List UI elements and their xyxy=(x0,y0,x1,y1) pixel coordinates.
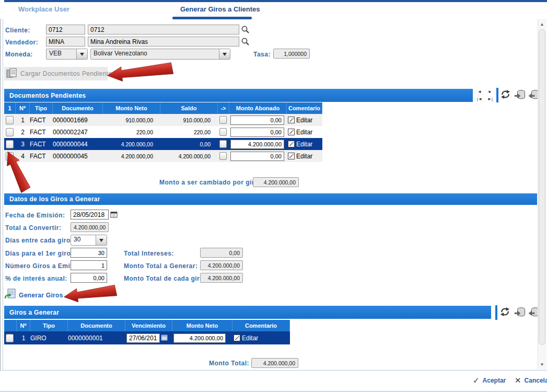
generar-giros-window: Workplace User Generar Giros a Clientes … xyxy=(0,0,547,392)
dias-primer-input[interactable] xyxy=(71,248,107,258)
cargar-documentos-label: Cargar Documentos Pendientes xyxy=(20,70,115,77)
vendedor-code-field[interactable] xyxy=(46,37,85,47)
col-numero: Nº xyxy=(16,102,30,114)
documentos-pager[interactable]: ◄► |◄►| xyxy=(474,88,495,102)
cargar-documentos-button[interactable]: Cargar Documentos Pendientes xyxy=(4,67,108,80)
calendar-icon[interactable] xyxy=(161,334,168,342)
total-convertir-label: Total a Convertir: xyxy=(5,224,61,232)
transfer-checkbox[interactable] xyxy=(219,152,227,160)
numero-giros-input[interactable] xyxy=(71,260,107,270)
scroll-down-icon[interactable]: ▼ xyxy=(538,360,546,368)
scroll-up-icon[interactable]: ▲ xyxy=(538,20,546,28)
row-select-checkbox[interactable] xyxy=(6,116,14,124)
edit-icon[interactable] xyxy=(288,153,295,159)
row-select-checkbox[interactable] xyxy=(6,128,14,136)
db-export-icon[interactable] xyxy=(514,89,526,102)
col-vencimiento: Vencimiento xyxy=(125,320,172,331)
dias-entre-dropdown-button[interactable] xyxy=(96,235,107,245)
edit-icon[interactable] xyxy=(234,335,240,341)
next-page-icon[interactable]: ► xyxy=(485,88,495,96)
transfer-checkbox[interactable] xyxy=(219,128,227,136)
total-convertir-field: 4.200.000,00 xyxy=(71,222,109,232)
refresh-icon[interactable] xyxy=(499,306,510,319)
tasa-field: 1,000000 xyxy=(273,49,310,59)
monto-abonado-input[interactable] xyxy=(230,116,284,125)
monto-cambiado-label: Monto a ser cambiado por giros: xyxy=(159,179,251,186)
vendedor-name-field[interactable] xyxy=(88,37,239,47)
cliente-code-field[interactable] xyxy=(46,25,85,34)
table-row[interactable]: 4 FACT 0000000045 4.200.000,00 4.200.000… xyxy=(4,150,322,162)
moneda-code-dropdown-button[interactable] xyxy=(76,49,87,59)
cliente-name-field[interactable] xyxy=(88,25,239,34)
row-tipo: FACT xyxy=(30,150,53,162)
generar-giros-label: Generar Giros xyxy=(19,292,63,299)
editar-link[interactable]: Editar xyxy=(296,141,312,148)
cliente-search-icon[interactable] xyxy=(241,25,250,36)
dias-entre-dropdown[interactable]: 30 xyxy=(71,235,107,246)
giro-monto-input[interactable] xyxy=(173,333,226,343)
table-row[interactable]: 2 FACT 0000002247 220,00 220,00 Editar xyxy=(4,126,322,138)
table-row[interactable]: 1 FACT 0000001669 910.000,00 910.000,00 … xyxy=(4,114,322,126)
edit-icon[interactable] xyxy=(288,141,295,147)
row-select-checkbox[interactable] xyxy=(6,152,14,160)
row-number: 4 xyxy=(16,150,30,162)
table-row-selected[interactable]: 3 FACT 0000000044 4.200.000,00 0,00 Edit… xyxy=(4,138,322,150)
row-select-checkbox[interactable] xyxy=(6,334,14,342)
annotation-arrow-cargar xyxy=(106,60,175,84)
edit-icon[interactable] xyxy=(288,117,295,123)
first-page-icon[interactable]: |◄ xyxy=(474,96,485,103)
transfer-checkbox[interactable] xyxy=(219,140,227,148)
giro-row-selected[interactable]: 1 GIRO 0000000001 Editar xyxy=(4,331,290,344)
moneda-code-dropdown[interactable]: VEB xyxy=(46,49,88,60)
moneda-name-dropdown[interactable]: Bolivar Venezolano xyxy=(90,49,230,60)
col-monto-neto: Monto Neto xyxy=(172,320,232,331)
tab-generar-giros[interactable]: Generar Giros a Clientes xyxy=(180,5,260,13)
db-export-icon[interactable] xyxy=(514,306,526,320)
col-documento: Documento xyxy=(53,102,103,114)
calendar-icon[interactable] xyxy=(110,211,118,220)
moneda-name-dropdown-button[interactable] xyxy=(219,49,230,59)
aceptar-button[interactable]: ✓ Aceptar xyxy=(473,376,506,385)
tab-workplace-user[interactable]: Workplace User xyxy=(18,5,69,13)
edit-icon[interactable] xyxy=(288,129,295,135)
moneda-name-value: Bolivar Venezolano xyxy=(91,49,219,59)
numero-giros-label: Número Giros a Emitir: xyxy=(5,262,79,270)
editar-link[interactable]: Editar xyxy=(296,129,312,136)
vendedor-search-icon[interactable] xyxy=(241,37,250,48)
scrollbar-thumb[interactable] xyxy=(539,29,545,345)
cancelar-button[interactable]: ✕ Cancelar xyxy=(515,376,547,385)
transfer-checkbox[interactable] xyxy=(219,116,227,124)
interes-anual-input[interactable] xyxy=(71,273,107,283)
documentos-table-header: 1 Nº Tipo Documento Monto Neto Saldo -> … xyxy=(4,102,322,114)
last-page-icon[interactable]: ►| xyxy=(485,96,495,103)
monto-abonado-input[interactable] xyxy=(230,128,284,137)
footer-divider xyxy=(0,370,547,371)
refresh-icon[interactable] xyxy=(500,89,511,102)
monto-cambiado-field: 4.200.000,00 xyxy=(253,177,299,187)
col-select xyxy=(4,320,17,331)
prev-page-icon[interactable]: ◄ xyxy=(474,88,485,96)
check-icon: ✓ xyxy=(473,376,480,385)
tab-bar: Workplace User Generar Giros a Clientes xyxy=(0,2,547,18)
fecha-emision-input[interactable] xyxy=(71,210,109,220)
editar-link[interactable]: Editar xyxy=(296,153,312,160)
monto-abonado-input[interactable] xyxy=(230,140,284,149)
moneda-code-value: VEB xyxy=(46,49,76,59)
vencimiento-input[interactable] xyxy=(126,333,160,343)
total-intereses-field: 0,00 xyxy=(200,248,243,258)
dias-primer-label: Dias para el 1er giro: xyxy=(5,250,73,257)
row-number: 3 xyxy=(16,138,30,150)
col-monto-abonado: Monto Abonado xyxy=(229,102,287,114)
giros-table: Nº Tipo Documento Vencimiento Monto Neto… xyxy=(4,320,290,344)
row-monto-neto: 910.000,00 xyxy=(103,114,160,126)
row-tipo: FACT xyxy=(30,114,53,126)
fecha-emision-label: Fecha de Emisión: xyxy=(5,212,65,219)
monto-abonado-input[interactable] xyxy=(230,152,284,161)
datos-giros-header: Datos de los Giros a Generar xyxy=(4,193,537,205)
row-monto-neto: 4.200.000,00 xyxy=(103,138,160,150)
generar-giros-button[interactable]: Generar Giros xyxy=(4,288,63,303)
editar-link[interactable]: Editar xyxy=(296,117,312,124)
monto-total-generar-field: 4.200.000,00 xyxy=(200,260,243,270)
editar-link[interactable]: Editar xyxy=(242,335,258,342)
row-select-checkbox[interactable] xyxy=(6,140,14,148)
